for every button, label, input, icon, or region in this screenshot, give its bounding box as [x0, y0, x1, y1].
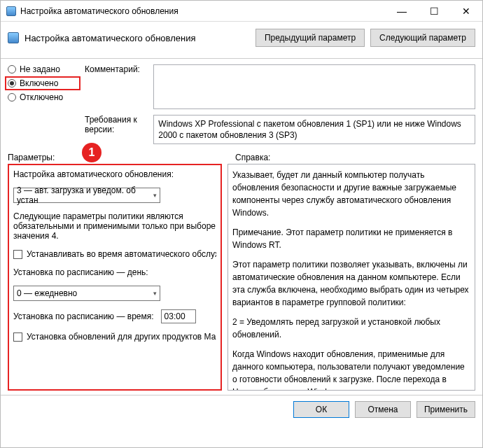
chevron-down-icon: ▾ — [153, 192, 157, 199]
select-value: 3 — авт. загрузка и уведом. об устан — [17, 186, 153, 205]
apply-button[interactable]: Применить — [416, 401, 475, 418]
header-title: Настройка автоматического обновления — [24, 33, 255, 43]
window-title: Настройка автоматического обновления — [20, 6, 386, 16]
supported-label: Требования к версии: — [85, 115, 153, 144]
radio-label: Включено — [20, 78, 58, 88]
help-paragraph: 2 = Уведомлять перед загрузкой и установ… — [232, 316, 470, 341]
annotation-badge-1: 1 — [82, 143, 102, 162]
ok-button[interactable]: ОК — [293, 401, 349, 418]
checkbox-label: Устанавливать во время автоматического о… — [27, 249, 216, 259]
radio-label: Отключено — [20, 92, 63, 102]
options-note: Следующие параметры политики являются об… — [13, 211, 216, 241]
schedule-day-label: Установка по расписанию — день: — [13, 267, 216, 277]
radio-icon — [8, 79, 16, 88]
schedule-time-label: Установка по расписанию — время: — [13, 312, 154, 321]
close-button[interactable]: ✕ — [450, 1, 482, 22]
other-products-checkbox[interactable]: Установка обновлений для других продукто… — [13, 332, 216, 342]
options-header: Параметры: — [8, 153, 235, 162]
help-panel: Указывает, будет ли данный компьютер пол… — [227, 164, 475, 391]
radio-icon — [8, 93, 16, 102]
schedule-day-select[interactable]: 0 — ежедневно ▾ — [13, 286, 160, 301]
footer: ОК Отмена Применить — [1, 395, 482, 424]
checkbox-icon — [13, 250, 22, 259]
update-mode-select[interactable]: 3 — авт. загрузка и уведом. об устан ▾ — [13, 188, 160, 203]
checkbox-icon — [13, 332, 22, 342]
help-paragraph: Примечание. Этот параметр политики не пр… — [232, 226, 470, 251]
titlebar: Настройка автоматического обновления — ☐… — [1, 1, 482, 22]
help-paragraph: Этот параметр политики позволяет указыва… — [232, 258, 470, 309]
maximize-button[interactable]: ☐ — [418, 1, 450, 22]
radio-label: Не задано — [20, 64, 60, 74]
radio-icon — [8, 65, 16, 74]
schedule-time-field[interactable]: 03:00 — [161, 309, 196, 323]
supported-on-field: Windows XP Professional с пакетом обновл… — [153, 115, 475, 144]
options-heading: Настройка автоматического обновления: — [13, 169, 216, 179]
radio-not-configured[interactable]: Не задано — [8, 64, 78, 74]
header: Настройка автоматического обновления Пре… — [1, 22, 482, 59]
next-setting-button[interactable]: Следующий параметр — [370, 29, 475, 47]
radio-enabled[interactable]: Включено — [5, 76, 80, 90]
maintenance-checkbox[interactable]: Устанавливать во время автоматического о… — [13, 249, 216, 259]
checkbox-label: Установка обновлений для других продукто… — [27, 332, 216, 342]
select-value: 0 — ежедневно — [17, 288, 77, 298]
chevron-down-icon: ▾ — [153, 290, 157, 297]
comment-label: Комментарий: — [85, 64, 153, 109]
radio-disabled[interactable]: Отключено — [8, 92, 78, 102]
help-paragraph: Когда Windows находит обновления, примен… — [232, 348, 470, 391]
app-icon — [6, 6, 16, 16]
cancel-button[interactable]: Отмена — [355, 401, 411, 418]
comment-field[interactable] — [153, 64, 475, 109]
previous-setting-button[interactable]: Предыдущий параметр — [255, 29, 365, 47]
options-panel: Настройка автоматического обновления: 3 … — [8, 164, 222, 391]
setting-icon — [8, 32, 19, 43]
minimize-button[interactable]: — — [386, 1, 418, 22]
help-header: Справка: — [235, 153, 270, 162]
help-paragraph: Указывает, будет ли данный компьютер пол… — [232, 169, 470, 219]
